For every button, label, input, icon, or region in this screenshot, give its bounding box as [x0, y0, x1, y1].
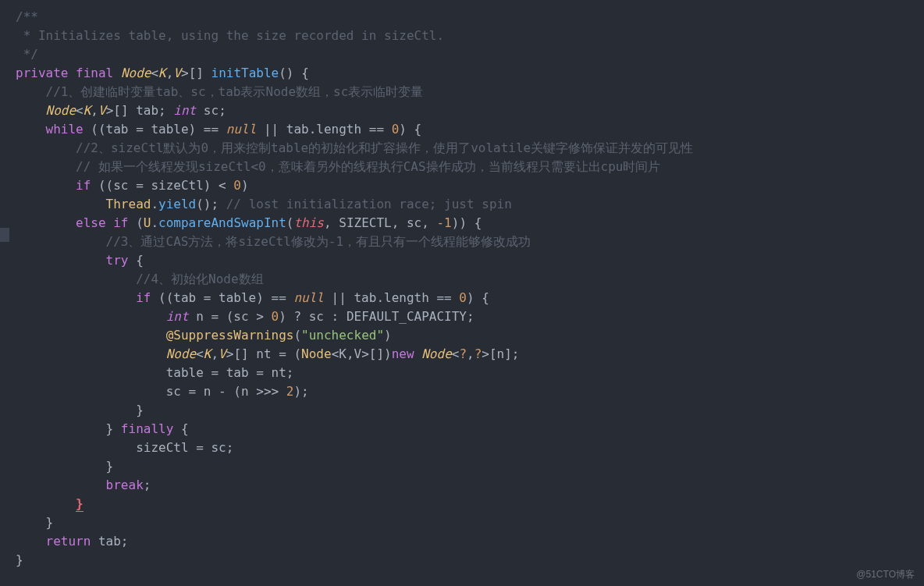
comment-open: /** — [16, 9, 38, 24]
code-line: while ((tab = table) == null || tab.leng… — [16, 120, 908, 139]
method-name: initTable — [211, 66, 279, 80]
code-line: int n = (sc > 0) ? sc : DEFAULT_CAPACITY… — [16, 307, 908, 326]
comment: //1、创建临时变量tab、sc，tab表示Node数组，sc表示临时变量 — [16, 84, 423, 99]
code-line: } — [16, 457, 908, 476]
gutter-cursor — [0, 228, 9, 242]
code-line: Node<K,V>[] nt = (Node<K,V>[])new Node<?… — [16, 345, 908, 364]
code-line: sizeCtl = sc; — [16, 439, 908, 457]
code-line: } — [16, 551, 908, 570]
code-line: private final Node<K,V>[] initTable() { — [16, 64, 908, 83]
code-line: // 如果一个线程发现sizeCtl<0，意味着另外的线程执行CAS操作成功，当… — [16, 158, 908, 176]
code-line: if ((sc = sizeCtl) < 0) — [16, 176, 908, 195]
comment-body: * Initializes table, using the size reco… — [16, 28, 444, 43]
code-line: * Initializes table, using the size reco… — [16, 27, 908, 45]
code-line: table = tab = nt; — [16, 364, 908, 382]
code-line: Thread.yield(); // lost initialization r… — [16, 195, 908, 214]
kw-final: final — [76, 66, 113, 80]
code-line: break; — [16, 476, 908, 495]
matched-brace: } — [76, 496, 84, 512]
code-line: if ((tab = table) == null || tab.length … — [16, 289, 908, 307]
watermark: @51CTO博客 — [856, 567, 915, 581]
code-line: sc = n - (n >>> 2); — [16, 382, 908, 401]
code-line: //1、创建临时变量tab、sc，tab表示Node数组，sc表示临时变量 — [16, 83, 908, 101]
code-line: try { — [16, 251, 908, 270]
code-line: Node<K,V>[] tab; int sc; — [16, 101, 908, 120]
code-line: } — [16, 401, 908, 420]
code-line: @SuppressWarnings("unchecked") — [16, 326, 908, 345]
kw-private: private — [16, 66, 68, 80]
code-line: else if (U.compareAndSwapInt(this, SIZEC… — [16, 214, 908, 233]
code-line: } finally { — [16, 420, 908, 439]
code-line: //2、sizeCtl默认为0，用来控制table的初始化和扩容操作，使用了vo… — [16, 139, 908, 158]
code-line: } — [16, 513, 908, 532]
code-line: return tab; — [16, 532, 908, 551]
comment-close: */ — [16, 47, 38, 62]
code-line: /** — [16, 8, 908, 27]
code-line: //3、通过CAS方法，将sizeCtl修改为-1，有且只有一个线程能够修改成功 — [16, 233, 908, 251]
type-node: Node — [121, 66, 151, 80]
code-block: /** * Initializes table, using the size … — [0, 0, 924, 577]
code-line: */ — [16, 45, 908, 64]
code-line: } — [16, 495, 908, 513]
code-line: //4、初始化Node数组 — [16, 270, 908, 289]
